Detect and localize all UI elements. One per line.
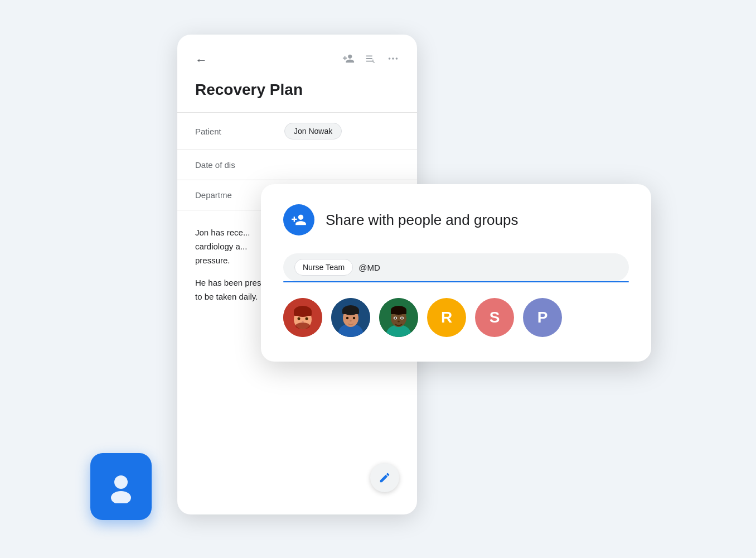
svg-point-28 [395, 318, 396, 319]
person-icon [104, 470, 138, 503]
share-input-area: Nurse Team [283, 253, 629, 282]
avatar-person-2[interactable] [331, 298, 370, 337]
patient-label: Patient [177, 113, 266, 150]
avatar-1-face [283, 298, 322, 337]
svg-point-4 [396, 57, 398, 60]
svg-rect-8 [294, 311, 312, 316]
input-underline [283, 281, 629, 282]
avatar-s[interactable]: S [475, 298, 514, 337]
share-input-row[interactable]: Nurse Team [283, 253, 629, 281]
avatar-person-1[interactable] [283, 298, 322, 337]
avatar-p-letter: P [537, 309, 548, 326]
nurse-team-chip[interactable]: Nurse Team [294, 259, 353, 276]
svg-point-29 [401, 318, 403, 319]
doc-header: ← [177, 35, 417, 76]
header-icons [342, 52, 399, 68]
avatar-r-letter: R [441, 309, 452, 326]
svg-point-20 [350, 320, 352, 322]
avatar-r[interactable]: R [427, 298, 466, 337]
svg-point-2 [389, 57, 391, 60]
avatar-3-face [379, 298, 418, 337]
add-person-icon[interactable] [342, 52, 355, 68]
svg-point-9 [295, 323, 310, 329]
svg-point-1 [111, 491, 131, 503]
svg-point-3 [392, 57, 394, 60]
svg-point-12 [302, 321, 304, 323]
svg-point-11 [306, 318, 308, 320]
date-label: Date of dis [177, 150, 266, 180]
svg-point-0 [114, 475, 128, 489]
share-text-input[interactable] [358, 263, 618, 272]
share-dialog-title: Share with people and groups [326, 211, 518, 229]
notes-icon[interactable] [365, 52, 377, 68]
svg-rect-17 [342, 310, 359, 314]
patient-value: Jon Nowak [266, 113, 417, 150]
patient-chip: Jon Nowak [284, 123, 342, 140]
svg-point-30 [398, 321, 400, 323]
avatar-2-face [331, 298, 370, 337]
profile-icon-card[interactable] [90, 453, 152, 520]
back-button[interactable]: ← [195, 53, 207, 68]
avatar-s-letter: S [490, 309, 500, 326]
share-icon-circle [283, 204, 314, 235]
document-title: Recovery Plan [177, 76, 417, 112]
date-value [266, 150, 417, 180]
svg-point-10 [298, 318, 301, 320]
share-avatars-row: R S P [283, 298, 629, 337]
edit-fab-button[interactable] [370, 463, 399, 492]
department-label: Departme [177, 180, 266, 210]
edit-icon [379, 472, 391, 484]
avatar-p[interactable]: P [523, 298, 562, 337]
svg-rect-25 [391, 310, 406, 314]
share-header: Share with people and groups [283, 204, 629, 235]
svg-point-18 [346, 317, 348, 319]
person-add-share-icon [291, 212, 307, 228]
scene: ← [0, 0, 756, 558]
avatar-person-3[interactable] [379, 298, 418, 337]
table-row: Patient Jon Nowak [177, 113, 417, 150]
more-menu-icon[interactable] [387, 52, 399, 68]
table-row: Date of dis [177, 150, 417, 180]
svg-point-19 [353, 317, 355, 319]
share-dialog: Share with people and groups Nurse Team [261, 184, 651, 362]
